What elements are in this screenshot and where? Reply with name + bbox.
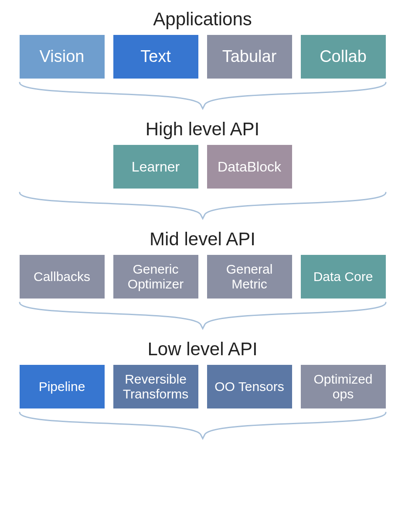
high-learner-box: Learner [113,145,198,189]
app-text-box: Text [113,35,198,79]
low-pipeline-box: Pipeline [20,365,105,408]
low-optimized-ops-box: Optimized ops [301,365,386,408]
applications-boxes: Vision Text Tabular Collab [20,35,386,79]
low-level-boxes: Pipeline Reversible Transforms OO Tensor… [20,365,386,408]
mid-level-section: Mid level API Callbacks Generic Optimize… [13,229,392,339]
app-collab-box: Collab [301,35,386,79]
applications-section: Applications Vision Text Tabular Collab [13,9,392,119]
bracket-icon [15,80,390,111]
app-vision-box: Vision [20,35,105,79]
mid-data-core-box: Data Core [301,255,386,299]
low-level-section: Low level API Pipeline Reversible Transf… [13,339,392,449]
mid-general-metric-box: General Metric [207,255,292,299]
mid-callbacks-box: Callbacks [20,255,105,299]
bracket-icon [15,410,390,441]
high-level-section: High level API Learner DataBlock [13,119,392,229]
applications-title: Applications [153,9,252,30]
high-datablock-box: DataBlock [207,145,292,189]
bracket-icon [15,300,390,331]
high-level-title: High level API [146,119,259,140]
low-oo-tensors-box: OO Tensors [207,365,292,408]
mid-level-title: Mid level API [150,229,255,250]
high-level-boxes: Learner DataBlock [113,145,292,189]
low-reversible-transforms-box: Reversible Transforms [113,365,198,408]
mid-level-boxes: Callbacks Generic Optimizer General Metr… [20,255,386,299]
app-tabular-box: Tabular [207,35,292,79]
mid-generic-optimizer-box: Generic Optimizer [113,255,198,299]
bracket-icon [15,190,390,221]
low-level-title: Low level API [147,339,257,360]
